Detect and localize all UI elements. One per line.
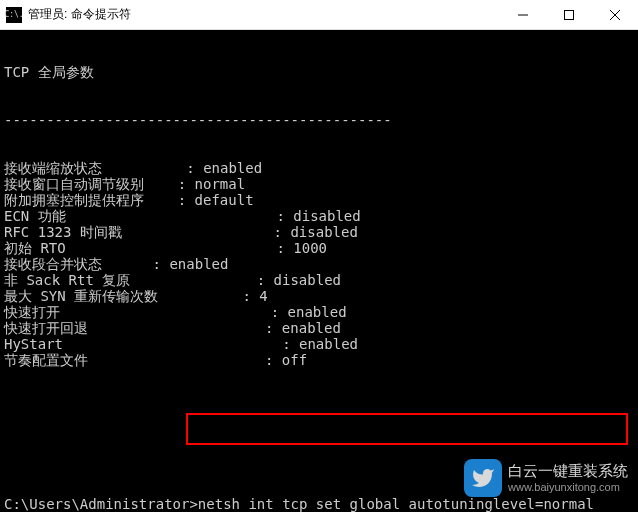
param-row: RFC 1323 时间戳 : disabled (4, 224, 634, 240)
window-titlebar[interactable]: C:\. 管理员: 命令提示符 (0, 0, 638, 30)
close-button[interactable] (592, 0, 638, 30)
param-row: 接收段合并状态 : enabled (4, 256, 634, 272)
watermark-title: 白云一键重装系统 (508, 462, 628, 480)
watermark: 白云一键重装系统 www.baiyunxitong.com (464, 459, 628, 497)
param-row: 最大 SYN 重新传输次数 : 4 (4, 288, 634, 304)
watermark-bird-icon (464, 459, 502, 497)
terminal-output[interactable]: TCP 全局参数 -------------------------------… (0, 30, 638, 512)
param-row: 快速打开回退 : enabled (4, 320, 634, 336)
param-row: HyStart : enabled (4, 336, 634, 352)
param-row: 附加拥塞控制提供程序 : default (4, 192, 634, 208)
command-line: C:\Users\Administrator>netsh int tcp set… (4, 496, 634, 512)
param-row: 接收窗口自动调节级别 : normal (4, 176, 634, 192)
param-row: 非 Sack Rtt 复原 : disabled (4, 272, 634, 288)
window-title: 管理员: 命令提示符 (28, 6, 500, 23)
tcp-header: TCP 全局参数 (4, 64, 634, 80)
window-controls (500, 0, 638, 30)
maximize-button[interactable] (546, 0, 592, 30)
param-row: 快速打开 : enabled (4, 304, 634, 320)
param-row: ECN 功能 : disabled (4, 208, 634, 224)
param-row: 接收端缩放状态 : enabled (4, 160, 634, 176)
app-icon: C:\. (6, 7, 22, 23)
param-row: 初始 RTO : 1000 (4, 240, 634, 256)
separator: ----------------------------------------… (4, 112, 634, 128)
param-row: 节奏配置文件 : off (4, 352, 634, 368)
watermark-url: www.baiyunxitong.com (508, 480, 628, 494)
blank-line (4, 400, 634, 416)
svg-rect-1 (565, 10, 574, 19)
minimize-button[interactable] (500, 0, 546, 30)
